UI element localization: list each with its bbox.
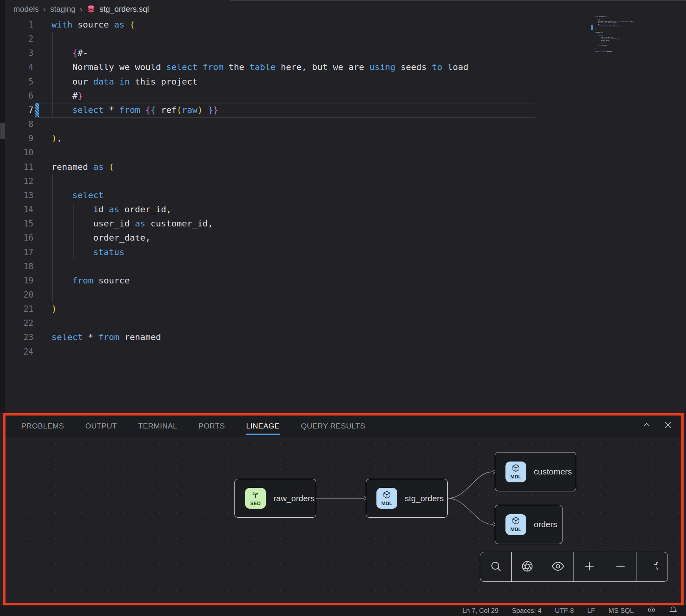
- code-line[interactable]: 6 #}: [5, 89, 686, 103]
- node-badge-label: MDL: [382, 501, 393, 506]
- notifications-button[interactable]: [669, 606, 677, 616]
- code-text: renamed as (: [52, 160, 114, 174]
- code-line[interactable]: 5 our data in this project: [5, 75, 686, 89]
- code-line[interactable]: 9),: [5, 131, 686, 145]
- line-number: 14: [5, 202, 33, 217]
- copilot-button[interactable]: [647, 605, 656, 616]
- line-number: 1: [5, 18, 33, 32]
- node-type-badge: MDL: [376, 488, 397, 509]
- tab-problems[interactable]: PROBLEMS: [21, 417, 64, 435]
- search-icon: [490, 560, 502, 574]
- line-number: 13: [5, 188, 33, 202]
- code-line[interactable]: 12: [5, 174, 686, 188]
- status-item[interactable]: Spaces: 4: [512, 607, 542, 615]
- refresh-button[interactable]: [640, 552, 665, 581]
- breadcrumb-item[interactable]: staging: [50, 5, 76, 14]
- code-editor[interactable]: 1with source as (23 {#-4 Normally we wou…: [5, 18, 686, 413]
- code-line[interactable]: 22: [5, 316, 686, 330]
- lineage-node-stg_orders[interactable]: MDL stg_orders: [366, 479, 448, 518]
- line-number: 18: [5, 259, 33, 274]
- status-item[interactable]: Ln 7, Col 29: [462, 607, 498, 615]
- code-text: ): [52, 302, 57, 316]
- breadcrumb: models›staging› stg_orders.sql: [13, 0, 149, 18]
- cube-icon: [383, 491, 391, 500]
- line-number: 8: [5, 117, 33, 131]
- tab-ports[interactable]: PORTS: [199, 417, 225, 435]
- zoom-in-button[interactable]: [577, 552, 602, 581]
- code-line[interactable]: 21): [5, 302, 686, 316]
- code-line[interactable]: 2: [5, 32, 686, 46]
- code-line[interactable]: 10: [5, 145, 686, 160]
- panel-tabs: PROBLEMSOUTPUTTERMINALPORTSLINEAGEQUERY …: [21, 417, 365, 435]
- line-number: 24: [5, 345, 33, 359]
- node-label: customers: [534, 467, 572, 476]
- minimap-line: [595, 52, 634, 54]
- line-number: 4: [5, 60, 33, 74]
- code-line[interactable]: 15 user_id as customer_id,: [5, 217, 686, 231]
- node-type-badge: MDL: [505, 514, 526, 535]
- search-button[interactable]: [483, 552, 508, 581]
- line-number: 22: [5, 316, 33, 330]
- breadcrumb-item[interactable]: models: [13, 5, 39, 14]
- code-line[interactable]: 14 id as order_id,: [5, 202, 686, 217]
- indent-guide: [52, 259, 53, 274]
- code-text: status: [52, 245, 124, 259]
- code-line[interactable]: 7 select * from {{ ref(raw) }}: [5, 103, 686, 117]
- minimap-change-marker: [591, 25, 593, 30]
- code-line[interactable]: 8: [5, 117, 686, 131]
- node-label: orders: [534, 520, 557, 529]
- code-line[interactable]: 18: [5, 259, 686, 274]
- breadcrumb-file[interactable]: stg_orders.sql: [100, 5, 149, 14]
- code-line[interactable]: 13 select: [5, 188, 686, 202]
- zoom-out-button[interactable]: [608, 552, 633, 581]
- chevron-up-icon: [642, 420, 651, 431]
- vscode-window: { "breadcrumb": { "path": ["models", "st…: [0, 0, 686, 616]
- activity-bar-sliver: [0, 0, 5, 413]
- status-item[interactable]: UTF-8: [555, 607, 574, 615]
- tab-output[interactable]: OUTPUT: [85, 417, 117, 435]
- lineage-node-customers[interactable]: MDL customers: [495, 452, 576, 491]
- panel-tab-bar: PROBLEMSOUTPUTTERMINALPORTSLINEAGEQUERY …: [5, 415, 682, 437]
- visibility-button[interactable]: [546, 552, 571, 581]
- modified-line-indicator: [35, 103, 39, 117]
- bottom-panel: PROBLEMSOUTPUTTERMINALPORTSLINEAGEQUERY …: [5, 415, 682, 604]
- close-panel-button[interactable]: [663, 420, 673, 431]
- line-number: 19: [5, 274, 33, 288]
- tab-query-results[interactable]: QUERY RESULTS: [301, 417, 365, 435]
- node-type-badge: SED: [245, 488, 266, 509]
- status-item[interactable]: MS SQL: [609, 607, 634, 615]
- tab-terminal[interactable]: TERMINAL: [138, 417, 177, 435]
- maximize-panel-button[interactable]: [642, 420, 651, 431]
- code-line[interactable]: 4 Normally we would select from the tabl…: [5, 60, 686, 74]
- lineage-node-raw_orders[interactable]: SED raw_orders: [234, 479, 316, 518]
- code-line[interactable]: 19 from source: [5, 274, 686, 288]
- code-line[interactable]: 17 status: [5, 245, 686, 259]
- line-number: 23: [5, 330, 33, 344]
- code-line[interactable]: 24: [5, 345, 686, 359]
- cube-icon: [512, 517, 520, 526]
- lineage-canvas[interactable]: SED raw_orders MDL stg_orders MDL custom…: [5, 437, 682, 604]
- code-line[interactable]: 3 {#-: [5, 46, 686, 60]
- line-number: 12: [5, 174, 33, 188]
- code-text: user_id as customer_id,: [52, 217, 213, 231]
- code-text: ),: [52, 131, 62, 145]
- code-line[interactable]: 20: [5, 288, 686, 302]
- code-line[interactable]: 16 order_date,: [5, 231, 686, 245]
- line-number: 10: [5, 145, 33, 160]
- node-label: stg_orders: [405, 494, 444, 503]
- snapshot-button[interactable]: [514, 552, 540, 581]
- code-line[interactable]: 11renamed as (: [5, 160, 686, 174]
- lineage-toolbar: [480, 552, 668, 582]
- minimap[interactable]: with source as ( {#- Normally we would s…: [595, 16, 634, 71]
- tab-lineage[interactable]: LINEAGE: [246, 417, 280, 435]
- status-items: Ln 7, Col 29Spaces: 4UTF-8LFMS SQL: [462, 607, 634, 615]
- code-line[interactable]: 23select * from renamed: [5, 330, 686, 344]
- lineage-node-orders[interactable]: MDL orders: [495, 505, 562, 544]
- status-item[interactable]: LF: [587, 607, 595, 615]
- scrollbar-thumb[interactable]: [0, 123, 5, 139]
- code-line[interactable]: 1with source as (: [5, 18, 686, 32]
- node-badge-label: MDL: [511, 474, 522, 480]
- plus-icon: [583, 560, 596, 574]
- refresh-icon: [646, 560, 658, 574]
- node-badge-label: MDL: [511, 527, 522, 532]
